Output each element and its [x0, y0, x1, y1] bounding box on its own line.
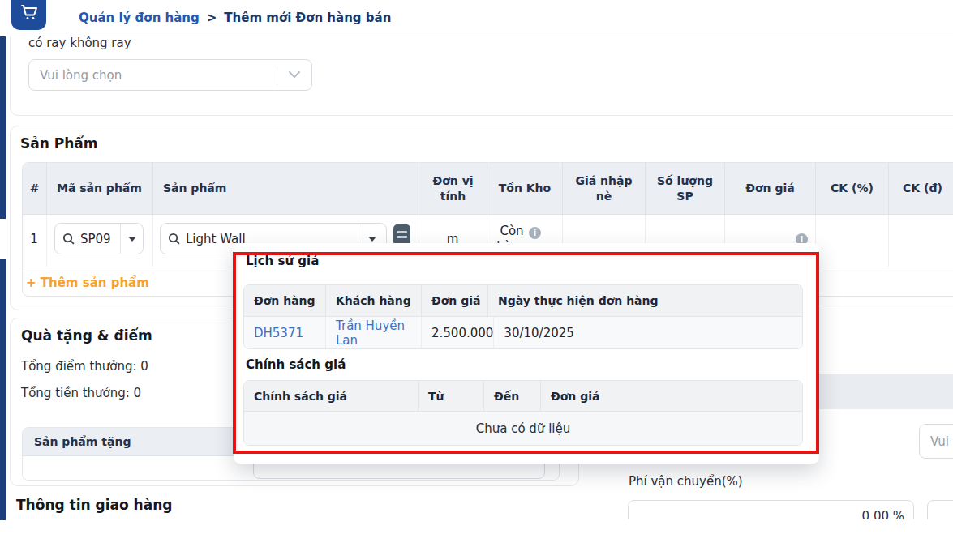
- col-header-product-code: Mã sản phẩm: [47, 163, 153, 214]
- shipping-inputs-clip: 0,00 %: [620, 495, 953, 519]
- breadcrumb: Quản lý đơn hàng > Thêm mới Đơn hàng bán: [79, 0, 391, 36]
- left-sidebar-strip: [0, 28, 6, 219]
- total-reward-points: Tổng điểm thưởng: 0: [21, 359, 148, 374]
- price-history-table: Đơn hàng Khách hàng Đơn giá Ngày thực hi…: [243, 284, 803, 349]
- col-header-product: Sản phẩm: [153, 163, 419, 214]
- policy-col-to: Đến: [484, 381, 541, 411]
- history-customer-link[interactable]: Trần Huyền Lan: [326, 317, 422, 348]
- breadcrumb-current-page: Thêm mới Đơn hàng bán: [224, 11, 391, 25]
- shipping-fee-percent-input[interactable]: 0,00 %: [628, 500, 914, 519]
- caret-down-icon[interactable]: [120, 224, 143, 254]
- price-history-popup: Lịch sử giá Đơn hàng Khách hàng Đơn giá …: [234, 243, 819, 464]
- col-header-unit: Đơn vị tính: [419, 163, 487, 214]
- history-col-customer: Khách hàng: [326, 285, 422, 316]
- breadcrumb-separator: >: [207, 11, 217, 25]
- filter-select[interactable]: Vui lòng chọn: [28, 59, 312, 91]
- history-col-price: Đơn giá: [422, 285, 488, 316]
- policy-col-name: Chính sách giá: [244, 381, 419, 411]
- chevron-down-icon: [277, 71, 311, 79]
- policy-col-price: Đơn giá: [541, 381, 802, 411]
- delivery-section-title: Thông tin giao hàng: [16, 497, 172, 513]
- col-header-discount-percent: CK (%): [816, 163, 889, 214]
- col-header-purchase-price: Giá nhập nè: [563, 163, 646, 214]
- col-header-index: #: [23, 163, 47, 214]
- col-header-quantity: Số lượng SP: [646, 163, 725, 214]
- search-icon: [168, 233, 180, 245]
- policy-empty-message: Chưa có dữ liệu: [244, 412, 802, 445]
- product-code-combobox[interactable]: SP09: [54, 223, 144, 254]
- products-table-header: # Mã sản phẩm Sản phẩm Đơn vị tính Tồn K…: [23, 163, 953, 215]
- product-code-value: SP09: [80, 232, 111, 246]
- add-product-button[interactable]: + Thêm sản phẩm: [26, 276, 149, 290]
- cart-module-button[interactable]: [11, 0, 46, 30]
- price-policy-table: Chính sách giá Từ Đến Đơn giá Chưa có dữ…: [243, 380, 803, 446]
- row-index: 1: [22, 223, 46, 254]
- col-header-unit-price: Đơn giá: [725, 163, 816, 214]
- shipping-fee-amount-input[interactable]: [927, 500, 953, 519]
- history-col-order: Đơn hàng: [244, 285, 326, 316]
- history-order-link[interactable]: DH5371: [244, 317, 326, 348]
- left-sidebar-strip: [0, 259, 6, 520]
- col-header-stock: Tồn Kho: [487, 163, 563, 214]
- price-policy-title: Chính sách giá: [246, 357, 346, 372]
- right-select[interactable]: Vui lòng chọn: [919, 424, 953, 459]
- history-row: DH5371 Trần Huyền Lan 2.500.000 30/10/20…: [244, 317, 802, 348]
- price-history-title: Lịch sử giá: [246, 254, 319, 268]
- col-header-discount-amount: CK (đ): [889, 163, 953, 214]
- search-icon: [62, 233, 75, 245]
- gifts-section-title: Quà tặng & điểm: [21, 327, 152, 344]
- cart-icon: [19, 2, 39, 25]
- info-icon[interactable]: i: [529, 227, 541, 239]
- breadcrumb-link-order-management[interactable]: Quản lý đơn hàng: [79, 11, 200, 25]
- filter-select-placeholder: Vui lòng chọn: [40, 68, 122, 83]
- shipping-fee-label: Phí vận chuyển(%): [629, 474, 743, 489]
- policy-col-from: Từ: [419, 381, 484, 411]
- total-reward-money: Tổng tiền thưởng: 0: [21, 386, 141, 400]
- filter-field-label: có ray không ray: [28, 36, 131, 50]
- order-create-page: Quản lý đơn hàng > Thêm mới Đơn hàng bán…: [0, 0, 953, 560]
- history-price-value: 2.500.000: [422, 317, 494, 348]
- products-section-title: Sản Phẩm: [20, 135, 97, 152]
- right-select-placeholder: Vui lòng chọn: [930, 434, 953, 449]
- history-col-date: Ngày thực hiện đơn hàng: [488, 285, 802, 316]
- history-date-value: 30/10/2025: [494, 317, 802, 348]
